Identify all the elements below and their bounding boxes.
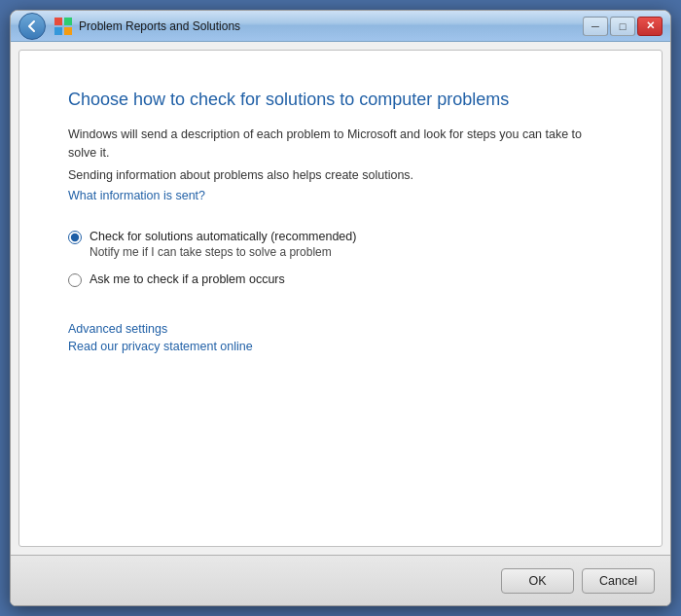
info-link[interactable]: What information is sent? xyxy=(68,189,205,202)
links-section: Advanced settings Read our privacy state… xyxy=(68,322,613,353)
svg-rect-1 xyxy=(64,18,72,25)
maximize-button[interactable]: □ xyxy=(610,17,635,36)
window-icon xyxy=(54,17,73,36)
privacy-statement-link[interactable]: Read our privacy statement online xyxy=(68,340,613,353)
option2-container: Ask me to check if a problem occurs xyxy=(68,272,613,287)
page-heading: Choose how to check for solutions to com… xyxy=(68,90,613,110)
svg-rect-0 xyxy=(54,18,62,25)
content-area: Choose how to check for solutions to com… xyxy=(18,50,663,547)
option1-sub-label: Notify me if I can take steps to solve a… xyxy=(90,245,356,259)
svg-rect-3 xyxy=(64,27,72,35)
back-button[interactable] xyxy=(18,13,46,40)
minimize-button[interactable]: ─ xyxy=(583,17,608,36)
cancel-button[interactable]: Cancel xyxy=(582,568,655,594)
ok-button[interactable]: OK xyxy=(501,568,574,594)
option1-container: Check for solutions automatically (recom… xyxy=(68,230,613,259)
advanced-settings-link[interactable]: Advanced settings xyxy=(68,322,613,336)
close-button[interactable]: ✕ xyxy=(637,17,663,36)
description-line1: Windows will send a description of each … xyxy=(68,126,613,163)
option1-radio[interactable] xyxy=(68,231,82,244)
description-line2: Sending information about problems also … xyxy=(68,166,613,185)
svg-rect-2 xyxy=(54,27,62,35)
title-bar: Problem Reports and Solutions ─ □ ✕ xyxy=(11,11,670,42)
bottom-bar: OK Cancel xyxy=(11,555,670,605)
options-section: Check for solutions automatically (recom… xyxy=(68,230,613,287)
option1-main-label: Check for solutions automatically (recom… xyxy=(90,230,356,243)
option2-main-label: Ask me to check if a problem occurs xyxy=(90,272,285,286)
window-title: Problem Reports and Solutions xyxy=(79,19,240,33)
window-controls: ─ □ ✕ xyxy=(583,17,663,36)
main-window: Problem Reports and Solutions ─ □ ✕ Choo… xyxy=(10,10,671,606)
option2-label: Ask me to check if a problem occurs xyxy=(90,272,285,286)
option2-radio[interactable] xyxy=(68,273,82,287)
option1-label: Check for solutions automatically (recom… xyxy=(90,230,356,259)
